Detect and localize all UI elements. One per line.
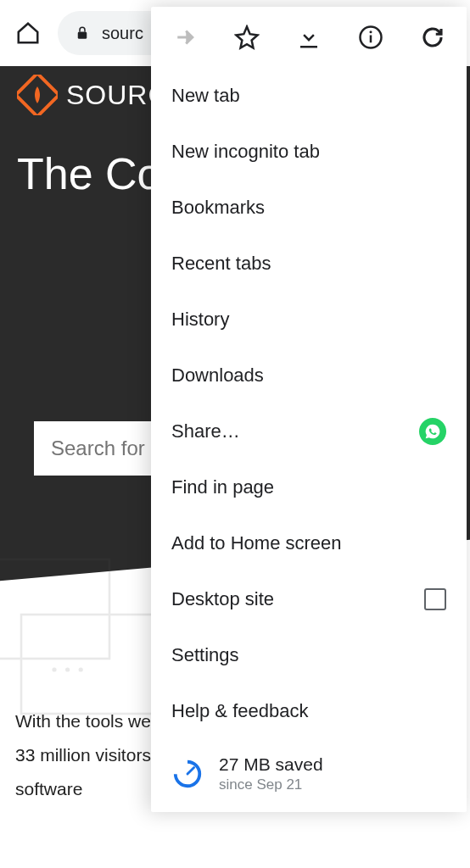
menu-settings[interactable]: Settings <box>151 627 467 683</box>
menu-bookmarks[interactable]: Bookmarks <box>151 180 467 236</box>
download-icon[interactable] <box>296 25 322 50</box>
chrome-overflow-menu: New tab New incognito tab Bookmarks Rece… <box>151 7 467 812</box>
lock-icon <box>75 25 90 41</box>
data-saved-since: since Sep 21 <box>219 776 323 793</box>
sourceforge-logo-icon <box>17 75 58 115</box>
menu-new-tab[interactable]: New tab <box>151 68 467 124</box>
desktop-site-checkbox[interactable] <box>424 588 446 610</box>
menu-recent-tabs[interactable]: Recent tabs <box>151 236 467 292</box>
info-icon[interactable] <box>358 25 383 50</box>
reload-icon[interactable] <box>420 25 445 50</box>
whatsapp-icon[interactable] <box>419 418 446 445</box>
menu-share[interactable]: Share… <box>151 403 467 459</box>
menu-history[interactable]: History <box>151 292 467 348</box>
svg-line-11 <box>187 767 194 774</box>
gauge-icon <box>171 758 204 790</box>
home-icon[interactable] <box>15 20 41 46</box>
menu-downloads[interactable]: Downloads <box>151 348 467 403</box>
menu-find-in-page[interactable]: Find in page <box>151 459 467 515</box>
menu-new-incognito[interactable]: New incognito tab <box>151 124 467 180</box>
data-saver-row[interactable]: 27 MB saved since Sep 21 <box>151 739 467 802</box>
data-saved-amount: 27 MB saved <box>219 754 323 775</box>
menu-add-home[interactable]: Add to Home screen <box>151 515 467 571</box>
menu-help-feedback[interactable]: Help & feedback <box>151 683 467 739</box>
bookmark-star-icon[interactable] <box>234 25 260 50</box>
svg-rect-0 <box>78 32 87 39</box>
svg-point-9 <box>369 31 372 33</box>
forward-icon <box>172 25 198 50</box>
menu-desktop-site[interactable]: Desktop site <box>151 571 467 627</box>
url-text: sourc <box>102 24 143 43</box>
menu-icon-row <box>151 7 467 68</box>
